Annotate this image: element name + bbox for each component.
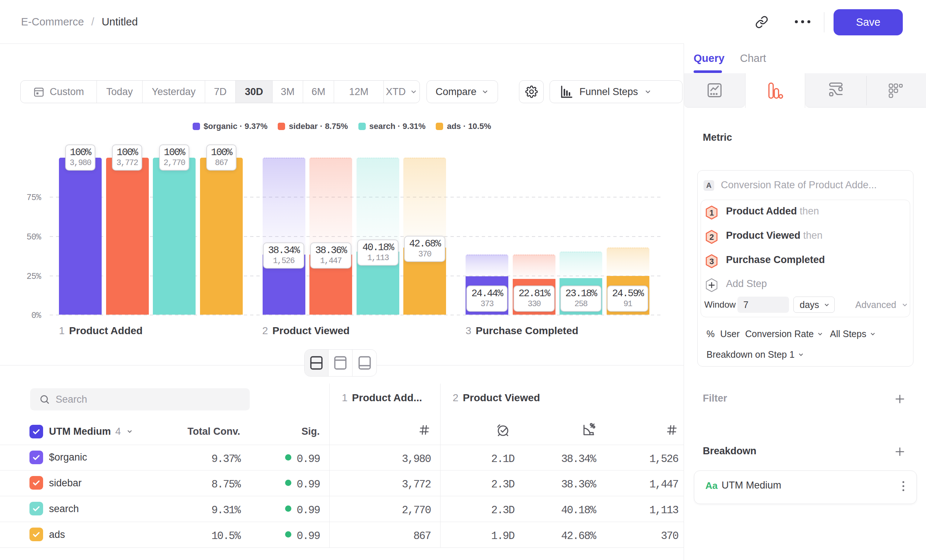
svg-text:2: 2 (710, 233, 714, 242)
svg-text:3: 3 (710, 257, 714, 266)
svg-text:1: 1 (710, 208, 714, 217)
